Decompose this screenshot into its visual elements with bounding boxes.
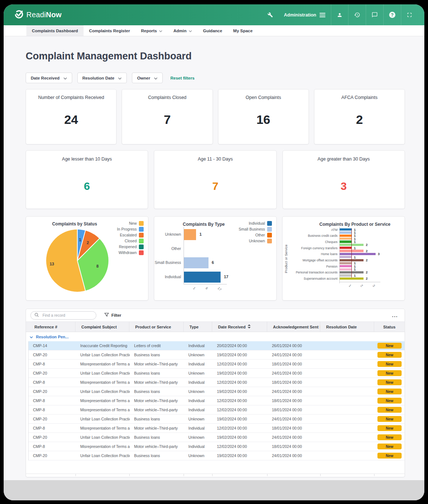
feedback-button[interactable] [366, 4, 383, 25]
tab-admin[interactable]: Admin [168, 25, 198, 36]
table-cell: 12/02/2024 00:00 [213, 408, 268, 412]
bar[interactable] [340, 240, 352, 243]
legend-item[interactable]: Closed [117, 238, 144, 244]
table-cell: 24/01/2024 00:00 [268, 435, 321, 439]
legend-item[interactable]: Small Business [239, 226, 272, 232]
table-filter-button[interactable]: Filter [104, 313, 121, 318]
table-cell: 20/02/2024 00:00 [213, 343, 268, 348]
legend-item[interactable]: Other [239, 232, 272, 238]
table-row[interactable]: CMP-8Misrepresentation of Terms an...Mot… [29, 396, 405, 405]
bar[interactable] [340, 271, 364, 273]
status-cell: New [374, 389, 405, 394]
table-row[interactable]: CMP-20Unfair Loan Collection PracticesBu… [29, 350, 405, 360]
bar[interactable] [184, 257, 209, 268]
bottom-bar [4, 480, 424, 500]
nav-bar: Complaints Dashboard Complaints Register… [4, 25, 424, 36]
tools-button[interactable] [262, 4, 278, 25]
table-row[interactable]: CMP-20Unfair Loan Collection PracticesBu… [29, 433, 405, 442]
bar[interactable] [340, 231, 352, 233]
tab-guidance[interactable]: Guidance [198, 25, 228, 36]
bar[interactable] [340, 244, 364, 246]
table-cell: CMP-8 [29, 398, 76, 403]
bar[interactable] [340, 259, 364, 261]
group-row-resolution-pending[interactable]: Resolution Pen... [26, 332, 405, 341]
filter-resolution-date[interactable]: Resolution Date [77, 73, 127, 83]
table-row[interactable]: CMP-8Misrepresentation of Terms an...Mot… [29, 405, 405, 415]
legend-item[interactable]: Withdrawn [117, 250, 144, 255]
reset-filters-link[interactable]: Reset filters [170, 76, 195, 80]
table-cell: Unfair Loan Collection Practices [76, 371, 130, 375]
bar[interactable] [184, 272, 221, 283]
tab-reports[interactable]: Reports [136, 25, 168, 36]
filter-date-received[interactable]: Date Received [26, 73, 72, 83]
bar[interactable] [340, 253, 376, 255]
table-row[interactable]: CMP-20Unfair Loan Collection PracticesBu… [29, 369, 405, 378]
status-badge: New [377, 425, 402, 431]
readinow-logo[interactable]: ReadiNow [13, 9, 62, 21]
tab-complaints-register[interactable]: Complaints Register [84, 25, 136, 36]
bar[interactable] [340, 247, 352, 249]
table-row[interactable]: CMP-8Misrepresentation of Terms an...Mot… [29, 442, 405, 451]
status-cell: New [374, 416, 405, 422]
table-cell: 18/01/2024 00:00 [268, 398, 321, 403]
chevron-down-icon [159, 29, 162, 33]
status-badge: New [377, 343, 402, 349]
legend-item[interactable]: Escalated [117, 232, 144, 238]
search-input[interactable] [42, 313, 93, 318]
legend-item[interactable]: Individual [239, 220, 272, 226]
slice-value-label: 13 [49, 262, 54, 266]
bar[interactable] [184, 229, 196, 240]
column-tick [374, 474, 374, 476]
bar[interactable] [340, 262, 352, 264]
table-row[interactable]: CMP-8Misrepresentation of Terms an...Mot… [29, 360, 405, 369]
fullscreen-button[interactable] [401, 4, 418, 25]
table-cell: 18/01/2024 00:00 [268, 426, 321, 430]
bar[interactable] [340, 265, 352, 267]
bar[interactable] [340, 250, 364, 252]
legend-item[interactable]: In Progress [117, 226, 144, 232]
user-button[interactable] [331, 4, 348, 25]
administration-label: Administration [284, 12, 316, 18]
column-header-reference[interactable]: Reference # [26, 322, 75, 332]
column-header-product[interactable]: Product or Service [129, 322, 184, 332]
table-cell: 26/01/2024 00:00 [268, 343, 321, 348]
status-badge: New [377, 416, 402, 422]
column-header-status[interactable]: Status [374, 322, 405, 332]
legend-item[interactable]: Reopened [117, 244, 144, 250]
bar[interactable] [340, 235, 352, 237]
legend-item[interactable]: New [117, 220, 144, 226]
column-header-date-received[interactable]: Date Received [212, 322, 267, 332]
more-options-button[interactable]: ... [390, 312, 400, 318]
history-button[interactable] [348, 4, 366, 25]
column-header-type[interactable]: Type [184, 322, 212, 332]
legend-item[interactable]: Unknown [239, 238, 272, 244]
legend-swatch [139, 250, 144, 255]
bar[interactable] [340, 277, 364, 280]
status-cell: New [374, 379, 405, 385]
column-header-subject[interactable]: Complaint Subject [75, 322, 129, 332]
tab-complaints-dashboard[interactable]: Complaints Dashboard [26, 25, 84, 36]
column-header-ack-sent[interactable]: Acknowledgement Sent D.. [267, 322, 320, 332]
tab-my-space[interactable]: My Space [228, 25, 258, 36]
search-box[interactable] [30, 311, 96, 320]
table-row[interactable]: CMP-8Misrepresentation of Terms an...Mot… [29, 424, 405, 433]
bar-value-label: 3 [378, 252, 380, 256]
table-row[interactable]: CMP-8Misrepresentation of Terms an...Mot… [29, 378, 405, 387]
legend-swatch [267, 239, 272, 243]
bar[interactable] [340, 228, 352, 231]
administration-menu[interactable]: Administration [278, 4, 331, 25]
column-tick [212, 474, 213, 476]
table-row[interactable]: CMP-20Unfair Loan Collection PracticesBu… [29, 415, 405, 424]
column-header-resolution-date[interactable]: Resolution Date [320, 322, 374, 332]
table-row[interactable]: CMP-20Unfair Loan Collection PracticesBu… [29, 451, 405, 460]
bar[interactable] [340, 256, 352, 258]
filter-owner[interactable]: Owner [132, 73, 163, 83]
bar[interactable] [340, 268, 352, 271]
bar[interactable] [340, 274, 352, 276]
table-cell: CMP-8 [29, 426, 76, 430]
funnel-icon [104, 313, 109, 318]
table-row[interactable]: CMP-20Unfair Loan Collection PracticesBu… [29, 387, 405, 396]
bar[interactable] [340, 238, 352, 240]
table-row[interactable]: CMP-14Inaccurate Credit ReportingLetters… [29, 341, 405, 350]
help-button[interactable]: ? [384, 4, 401, 25]
